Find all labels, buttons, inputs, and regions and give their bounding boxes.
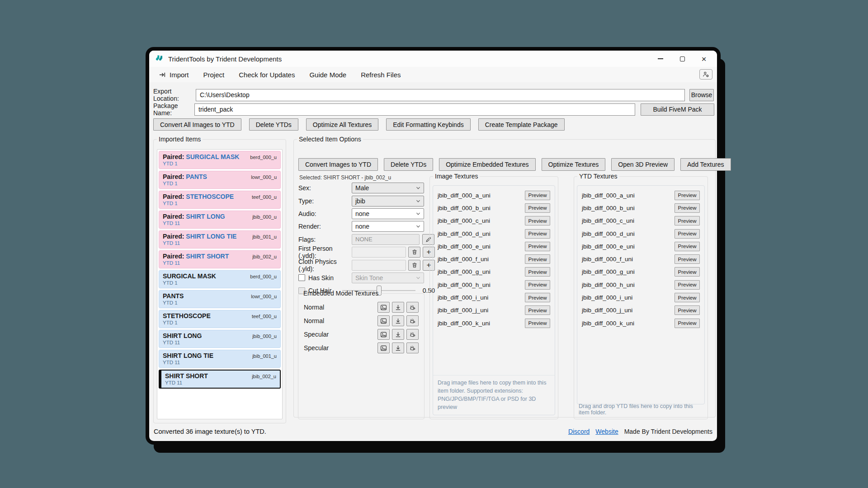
preview-button[interactable]: Preview [525, 267, 550, 277]
download-icon [395, 331, 401, 338]
delete-ytds-button[interactable]: Delete YTDs [249, 118, 298, 131]
preview-button[interactable]: Preview [525, 229, 550, 239]
texture-name: jbib_diff_000_b_uni [582, 205, 635, 211]
preview-button[interactable]: Preview [525, 280, 550, 290]
has-skin-checkbox[interactable] [298, 274, 305, 281]
discord-link[interactable]: Discord [568, 428, 590, 435]
optimize-all-textures-button[interactable]: Optimize All Textures [306, 118, 378, 131]
import-texture-button[interactable] [392, 329, 404, 340]
embedded-texture-label: Specular [304, 331, 329, 338]
preview-button[interactable]: Preview [675, 280, 700, 290]
imported-item-teef-000-u[interactable]: Paired: STETHOSCOPE teef_000_u YTD 1 [159, 191, 281, 209]
preview-button[interactable]: Preview [525, 203, 550, 213]
maximize-button[interactable] [678, 55, 686, 63]
preview-button[interactable]: Preview [675, 203, 700, 213]
convert-all-images-to-ytd-button[interactable]: Convert All Images to YTD [153, 118, 241, 131]
imported-item-berd-000-u[interactable]: Paired: SURGICAL MASK berd_000_u YTD 1 [159, 151, 281, 169]
delete-first-person-button[interactable] [408, 247, 420, 258]
view-image-button[interactable] [377, 315, 390, 326]
imported-item-lowr-000-u[interactable]: Paired: PANTS lowr_000_u YTD 1 [159, 171, 281, 189]
website-link[interactable]: Website [595, 428, 618, 435]
create-template-package-button[interactable]: Create Template Package [478, 118, 565, 131]
minimize-button[interactable] [656, 55, 665, 63]
add-textures-button[interactable]: Add Textures [680, 158, 731, 171]
open-in-image-editor-button[interactable] [406, 315, 419, 326]
menu-item-import[interactable]: Import [159, 71, 189, 79]
open-in-image-editor-button[interactable] [406, 329, 419, 340]
paired-prefix: Paired: [163, 193, 186, 200]
texture-name: jbib_diff_000_i_uni [438, 294, 488, 301]
imported-item-jbib-002-u[interactable]: Paired: SHIRT SHORT jbib_002_u YTD 11 [159, 250, 281, 268]
preview-button[interactable]: Preview [675, 293, 700, 302]
menu-item-guide-mode[interactable]: Guide Mode [309, 71, 346, 79]
export-location-input[interactable]: C:\Users\Desktop [196, 89, 685, 101]
preview-button[interactable]: Preview [675, 254, 700, 264]
preview-button[interactable]: Preview [525, 191, 550, 200]
ytd-texture-jbib-diff-000-i-uni: jbib_diff_000_i_uni Preview [582, 291, 700, 304]
preview-button[interactable]: Preview [525, 293, 550, 302]
import-texture-button[interactable] [392, 315, 404, 326]
imported-item-teef-000-u[interactable]: STETHOSCOPE teef_000_u YTD 1 [159, 310, 281, 328]
texture-name: jbib_diff_000_e_uni [438, 243, 491, 250]
open-3d-preview-button[interactable]: Open 3D Preview [611, 158, 675, 171]
imported-items-list[interactable]: Paired: SURGICAL MASK berd_000_u YTD 1 P… [157, 149, 283, 419]
edit-formatting-keybinds-button[interactable]: Edit Formatting Keybinds [386, 118, 470, 131]
image-textures-dropzone[interactable]: jbib_diff_000_a_uni Preview jbib_diff_00… [433, 185, 555, 415]
build-fivem-pack-button[interactable]: Build FiveM Pack [641, 103, 714, 116]
delete-ytds-button[interactable]: Delete YTDs [384, 158, 433, 171]
preview-button[interactable]: Preview [675, 267, 700, 277]
import-texture-button[interactable] [392, 343, 404, 353]
preview-button[interactable]: Preview [675, 319, 700, 328]
import-texture-button[interactable] [392, 302, 404, 313]
delete-cloth-physics-button[interactable] [408, 260, 420, 271]
menu-item-check-for-updates[interactable]: Check for Updates [239, 71, 295, 79]
menu-item-project[interactable]: Project [203, 71, 225, 79]
type-dropdown[interactable]: jbib [352, 196, 424, 206]
sex-dropdown[interactable]: Male [352, 183, 424, 193]
imported-item-jbib-000-u[interactable]: SHIRT LONG jbib_000_u YTD 11 [159, 330, 281, 348]
open-in-image-editor-button[interactable] [406, 302, 419, 313]
preview-button[interactable]: Preview [675, 216, 700, 225]
imported-item-berd-000-u[interactable]: SURGICAL MASK berd_000_u YTD 1 [159, 270, 281, 288]
item-name: STETHOSCOPE [186, 193, 234, 200]
texture-name: jbib_diff_000_d_uni [582, 230, 635, 237]
texture-name: jbib_diff_000_c_uni [438, 217, 490, 224]
view-image-button[interactable] [377, 329, 390, 340]
preview-button[interactable]: Preview [675, 242, 700, 251]
imported-item-lowr-000-u[interactable]: PANTS lowr_000_u YTD 1 [159, 290, 281, 308]
embedded-model-textures-group: Embedded Model Textures Normal Normal [298, 290, 425, 419]
imported-item-jbib-000-u[interactable]: Paired: SHIRT LONG jbib_000_u YTD 11 [159, 211, 281, 229]
open-in-image-editor-button[interactable] [406, 343, 419, 353]
preview-button[interactable]: Preview [675, 229, 700, 239]
browse-button[interactable]: Browse [689, 89, 714, 101]
preview-button[interactable]: Preview [525, 216, 550, 225]
menu-bar: Import Project Check for Updates Guide M… [149, 67, 717, 82]
ytd-textures-hint: Drag and drop YTD files here to copy int… [579, 403, 704, 416]
convert-images-to-ytd-button[interactable]: Convert Images to YTD [298, 158, 378, 171]
item-ytd-count: YTD 11 [163, 340, 277, 345]
optimize-embedded-textures-button[interactable]: Optimize Embedded Textures [439, 158, 535, 171]
image-texture-jbib-diff-000-k-uni: jbib_diff_000_k_uni Preview [438, 317, 550, 329]
close-button[interactable]: × [700, 55, 708, 63]
preview-button[interactable]: Preview [525, 305, 550, 315]
view-image-button[interactable] [377, 302, 390, 313]
cloth-physics-row: Cloth Physics (.yld): + [298, 258, 435, 271]
imported-item-jbib-001-u[interactable]: SHIRT LONG TIE jbib_001_u YTD 11 [159, 350, 281, 368]
render-dropdown[interactable]: none [352, 221, 424, 232]
preview-button[interactable]: Preview [675, 305, 700, 315]
imported-item-jbib-002-u[interactable]: SHIRT SHORT jbib_002_u YTD 11 [159, 370, 281, 389]
menu-item-refresh-files[interactable]: Refresh Files [361, 71, 401, 79]
preview-button[interactable]: Preview [525, 319, 550, 328]
audio-dropdown[interactable]: none [352, 208, 424, 219]
package-name-input[interactable]: trident_pack [194, 103, 635, 116]
preview-button[interactable]: Preview [525, 242, 550, 251]
view-image-button[interactable] [377, 343, 390, 353]
embedded-texture-label: Normal [304, 304, 324, 311]
account-settings-button[interactable] [699, 69, 712, 80]
optimize-textures-button[interactable]: Optimize Textures [542, 158, 606, 171]
item-id: jbib_000_u [252, 333, 277, 339]
ytd-textures-dropzone[interactable]: jbib_diff_000_a_uni Preview jbib_diff_00… [577, 185, 705, 404]
preview-button[interactable]: Preview [525, 254, 550, 264]
imported-item-jbib-001-u[interactable]: Paired: SHIRT LONG TIE jbib_001_u YTD 11 [159, 230, 281, 249]
preview-button[interactable]: Preview [675, 191, 700, 200]
